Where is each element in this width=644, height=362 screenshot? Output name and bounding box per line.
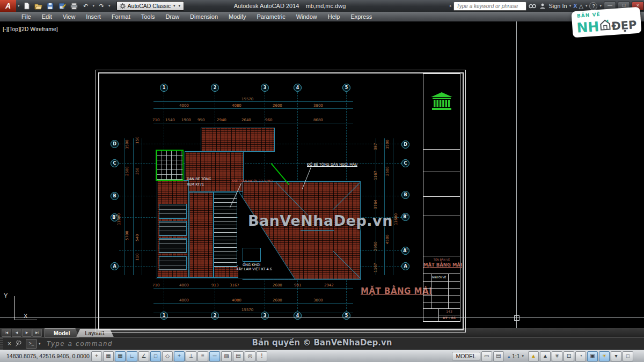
workspace-flyout-icon[interactable]: ▾ (179, 4, 181, 8)
selection-cycling-toggle[interactable]: ◎ (245, 351, 255, 361)
hardware-accel-icon[interactable]: ▣ (587, 351, 598, 361)
command-prompt-icon[interactable]: >_ (26, 339, 37, 349)
ortho-mode-toggle[interactable]: ∟ (127, 351, 137, 361)
drawing-canvas[interactable]: [-][Top][2D Wireframe] 12 (0, 21, 644, 328)
dimension-text: 2640 (241, 118, 251, 122)
menu-item[interactable]: File (16, 13, 36, 20)
autocad-app-icon[interactable]: A (0, 0, 16, 12)
command-drag-handle[interactable] (0, 338, 3, 350)
grid-bubble: 4 (294, 312, 302, 320)
menu-item[interactable]: Window (291, 13, 323, 20)
title-bar: A ▾ ↶ ▾ ↷ ▾ AutoCAD Classic ▾ ▾ Autodesk… (0, 0, 644, 12)
workspace-label: AutoCAD Classic (128, 3, 171, 9)
tab-nav-button[interactable]: ▶ (22, 329, 32, 337)
search-icon[interactable] (528, 2, 537, 10)
model-space-button[interactable]: MODEL (452, 352, 480, 360)
annotation-monitor-toggle[interactable]: ! (257, 351, 267, 361)
annotation-scale-control[interactable]: ▴ 1:1 ▾ (505, 352, 527, 360)
object-snap-tracking-toggle[interactable]: + (174, 351, 185, 361)
clean-screen-icon[interactable]: □ (623, 351, 633, 361)
sign-in-button[interactable]: Sign In (548, 3, 567, 9)
workspace-switcher[interactable]: AutoCAD Classic ▾ ▾ (116, 1, 185, 11)
annotation-autoscale-icon[interactable]: ▲ (540, 351, 551, 361)
grid-bubble: 3 (261, 312, 269, 320)
undo-button[interactable]: ↶ (80, 1, 91, 11)
object-snap-toggle[interactable]: □ (150, 351, 161, 361)
menu-item[interactable]: Format (106, 13, 136, 20)
communication-center-icon[interactable]: △ (579, 3, 583, 10)
dimension-line (153, 313, 353, 313)
tab-nav-button[interactable]: |◀ (2, 329, 11, 337)
scale-dropdown-icon[interactable]: ▾ (522, 354, 524, 358)
workspace-dropdown-icon[interactable]: ▾ (173, 4, 175, 8)
ucs-y-label: Y (4, 292, 8, 299)
command-input[interactable] (46, 339, 219, 348)
help-dropdown-icon[interactable]: ▾ (599, 4, 602, 8)
grid-bubble: A (401, 262, 409, 270)
layout-quickview-icon[interactable]: ▤ (493, 351, 504, 361)
command-close-icon[interactable]: × (8, 340, 11, 348)
menu-item[interactable]: Dimension (185, 13, 223, 20)
tab-nav-button[interactable]: ▶| (32, 329, 42, 337)
workspace-switching-icon[interactable]: ✳ (552, 351, 562, 361)
lineweight-toggle[interactable]: ─ (209, 351, 220, 361)
customize-wrench-icon[interactable] (15, 341, 21, 347)
exchange-apps-icon[interactable]: X (573, 3, 577, 9)
status-flyout-icon[interactable]: ▾ (611, 351, 621, 361)
redo-dropdown-icon[interactable]: ▾ (108, 4, 111, 8)
open-file-button[interactable] (33, 1, 44, 11)
menu-item[interactable]: View (57, 13, 81, 20)
help-icon[interactable]: ? (589, 2, 597, 10)
menu-item[interactable]: Express (345, 13, 377, 20)
tab-nav-button[interactable]: ◀ (12, 329, 21, 337)
app-menu-dropdown-icon[interactable]: ▾ (18, 4, 20, 8)
infer-constraints-toggle[interactable]: + (91, 351, 102, 361)
annotation-scale-value: 1:1 (512, 353, 520, 359)
polar-tracking-toggle[interactable]: ∠ (138, 351, 149, 361)
menu-item[interactable]: Insert (80, 13, 106, 20)
viewport-controls[interactable]: [-][Top][2D Wireframe] (3, 26, 58, 32)
infocenter-arrow-icon[interactable]: ▸ (450, 4, 452, 8)
comm-dropdown-icon[interactable]: ▾ (586, 4, 588, 8)
recent-commands-icon[interactable]: ▾ (39, 342, 41, 346)
quick-properties-toggle[interactable]: ▤ (233, 351, 244, 361)
coordinates-readout[interactable]: 14830.8075, 42516.9405, 0.0000 (2, 353, 90, 359)
snap-mode-toggle[interactable]: ▦ (103, 351, 114, 361)
menu-item[interactable]: Help (323, 13, 346, 20)
model-space-icon[interactable]: ▭ (481, 351, 492, 361)
plot-button[interactable] (69, 1, 79, 11)
temple-logo-icon (431, 92, 452, 112)
menu-item[interactable]: Draw (160, 13, 185, 20)
transparency-toggle[interactable]: ▨ (221, 351, 232, 361)
grid-bubble: 2 (211, 312, 219, 320)
save-button[interactable] (45, 1, 56, 11)
sign-in-dropdown-icon[interactable]: ▾ (569, 4, 572, 8)
menu-item[interactable]: Tools (136, 13, 160, 20)
dynamic-ucs-toggle[interactable]: ⊥ (186, 351, 196, 361)
stair-well (214, 192, 237, 267)
save-as-button[interactable] (57, 1, 68, 11)
redo-button[interactable]: ↷ (96, 1, 107, 11)
status-clock-icon[interactable]: ◔ (575, 351, 586, 361)
new-file-button[interactable] (21, 1, 32, 11)
3d-object-snap-toggle[interactable]: ◇ (162, 351, 173, 361)
menu-item[interactable]: Parametric (251, 13, 290, 20)
dimension-text: 1900 (181, 118, 191, 122)
dynamic-input-toggle[interactable]: ≡ (197, 351, 208, 361)
watermark-text: BanVeNhaDep.vn (248, 212, 393, 229)
tab-model[interactable]: Model (45, 328, 79, 337)
menu-item[interactable]: Modify (223, 13, 251, 20)
menu-item[interactable]: Edit (36, 13, 57, 20)
menu-bar: FileEditViewInsertFormatToolsDrawDimensi… (0, 12, 644, 21)
roof-room (159, 256, 187, 270)
annotation-visibility-icon[interactable]: ▲ (528, 351, 539, 361)
grid-display-toggle[interactable]: ▦ (115, 351, 126, 361)
roof-room (159, 238, 187, 253)
infocenter-search-input[interactable] (453, 2, 526, 11)
toolbar-lock-icon[interactable]: ⊡ (564, 351, 574, 361)
isolate-objects-icon[interactable]: ☀ (599, 351, 610, 361)
dimension-text: 387 (374, 143, 378, 150)
dimension-text: 2950 (374, 241, 378, 251)
undo-dropdown-icon[interactable]: ▾ (93, 4, 95, 8)
dimension-line (125, 138, 125, 275)
